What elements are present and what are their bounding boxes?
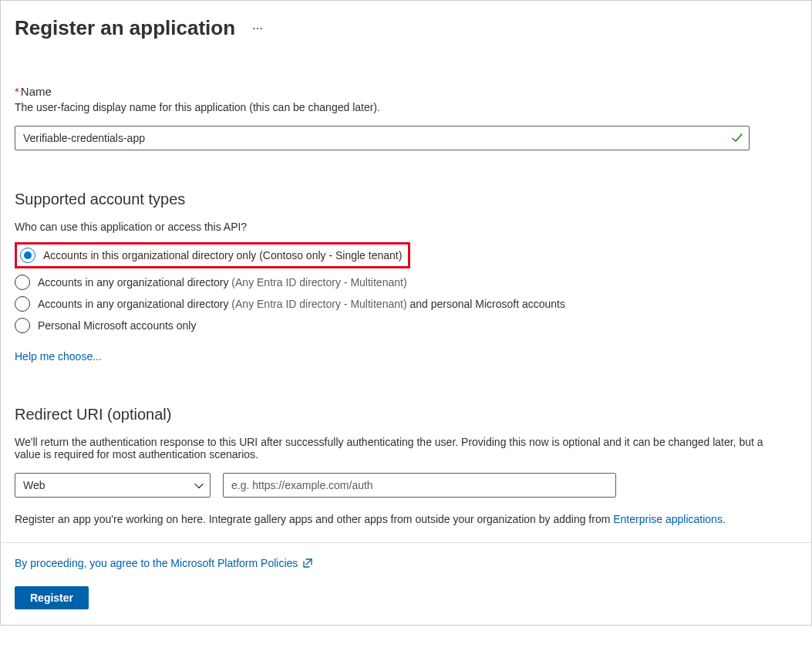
name-input[interactable] <box>15 126 750 150</box>
highlighted-option: Accounts in this organizational director… <box>15 242 410 268</box>
platform-select[interactable]: Web <box>15 473 211 498</box>
platform-select-value: Web <box>23 479 45 491</box>
radio-personal-only-label[interactable]: Personal Microsoft accounts only <box>38 318 196 333</box>
enterprise-applications-link[interactable]: Enterprise applications. <box>613 513 726 525</box>
redirect-uri-input[interactable] <box>223 473 616 498</box>
name-description: The user-facing display name for this ap… <box>15 101 797 113</box>
external-link-icon <box>302 558 313 568</box>
page-title: Register an application <box>15 16 235 40</box>
platform-policies-link[interactable]: By proceeding, you agree to the Microsof… <box>15 557 298 569</box>
radio-personal-only[interactable] <box>15 318 30 333</box>
radio-multitenant-personal-label[interactable]: Accounts in any organizational directory… <box>38 296 565 312</box>
redirect-uri-description: We'll return the authentication response… <box>15 436 770 461</box>
radio-multitenant-personal[interactable] <box>15 296 30 312</box>
radio-single-tenant[interactable] <box>20 248 35 263</box>
check-icon <box>731 132 743 144</box>
radio-multitenant-label[interactable]: Accounts in any organizational directory… <box>38 275 407 290</box>
chevron-down-icon <box>194 481 204 490</box>
account-types-heading: Supported account types <box>15 191 797 208</box>
redirect-uri-heading: Redirect URI (optional) <box>15 406 797 423</box>
radio-multitenant[interactable] <box>15 275 30 290</box>
footer-note: Register an app you're working on here. … <box>15 513 797 525</box>
name-label: *Name <box>15 85 797 98</box>
register-button[interactable]: Register <box>15 586 89 609</box>
help-me-choose-link[interactable]: Help me choose... <box>15 350 102 363</box>
divider <box>1 542 811 543</box>
account-types-question: Who can use this application or access t… <box>15 221 797 233</box>
more-menu-button[interactable]: ⋯ <box>252 22 264 35</box>
required-marker: * <box>15 85 19 98</box>
radio-single-tenant-label[interactable]: Accounts in this organizational director… <box>43 249 402 261</box>
